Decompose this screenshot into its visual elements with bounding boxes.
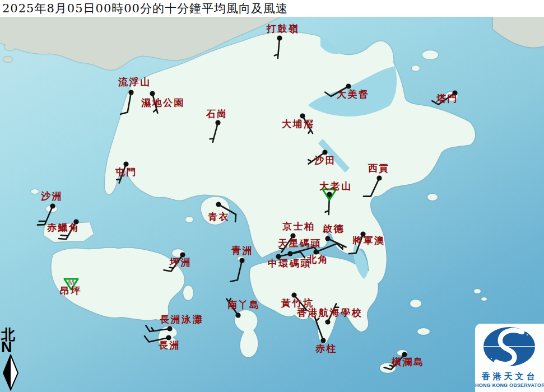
hong-kong-land (31, 32, 487, 373)
station-marker[interactable] (325, 319, 330, 324)
station-label: 流浮山 (118, 76, 151, 87)
map-title: 2025年8月05日00時00分的十分鐘平均風向及風速 (0, 1, 288, 16)
station-marker[interactable] (277, 35, 282, 40)
wind-map-app: 打鼓嶺流浮山濕地公園石崗大美督塔門大埔滘沙田屯門西貢大老山沙洲赤鱲角青衣京士柏啟… (0, 0, 544, 392)
hko-name-english: HONG KONG OBSERVATORY (475, 382, 544, 388)
mirs-bay-north-land (493, 17, 544, 48)
hko-emblem-icon (475, 324, 544, 368)
north-arrow-icon (1, 354, 20, 391)
station-marker[interactable] (239, 258, 244, 263)
station-label: 沙田 (314, 155, 336, 166)
station-label: 中環碼頭 (268, 258, 311, 269)
station-label: 長洲 (159, 339, 180, 351)
station-label: 香港航海學校 (296, 307, 362, 318)
station-label: 長洲泳灘 (160, 314, 203, 325)
station-marker[interactable] (50, 203, 55, 208)
station-label: 西貢 (368, 162, 390, 174)
ninepin-islet (474, 289, 481, 293)
station-green-island: 青洲 (230, 245, 253, 282)
ma-wan-islet (185, 217, 193, 222)
islet (31, 189, 39, 194)
station-label: 沙洲 (40, 190, 63, 202)
station-label: 青洲 (231, 245, 253, 256)
north-compass: 北 N (1, 328, 24, 391)
hko-logo: 香港天文台 HONG KONG OBSERVATORY (475, 324, 544, 392)
station-label: 京士柏 (282, 221, 315, 232)
station-label: 赤柱 (315, 343, 337, 354)
station-label: 橫瀾島 (391, 356, 425, 367)
station-marker[interactable] (235, 312, 240, 318)
station-label: 濕地公園 (141, 97, 185, 108)
station-label: 將軍澳 (352, 235, 385, 246)
station-marker[interactable] (150, 91, 155, 96)
islet (4, 44, 16, 50)
station-label: 打鼓嶺 (266, 23, 300, 34)
station-label: 青衣 (208, 211, 230, 222)
title-bar: 2025年8月05日00時00分的十分鐘平均風向及風速 (0, 0, 544, 17)
station-marker[interactable] (376, 175, 382, 180)
station-marker[interactable] (167, 326, 172, 331)
station-label: 屯門 (115, 166, 137, 178)
kau-sai-chau-islet (408, 162, 418, 180)
kat-o-islet (422, 50, 438, 59)
station-marker[interactable] (128, 90, 133, 95)
station-label: 大美督 (337, 88, 370, 100)
ninepin-islet (481, 297, 487, 301)
station-label: 塔門 (436, 93, 458, 104)
station-label: 啟德 (322, 223, 345, 234)
station-label: 赤鱲角 (47, 222, 80, 233)
station-label: 南丫島 (227, 299, 261, 310)
islet (427, 194, 438, 200)
station-marker[interactable] (215, 120, 220, 125)
station-label: 大老山 (319, 180, 352, 192)
station-marker[interactable] (325, 236, 330, 241)
station-label: 石崗 (206, 108, 228, 119)
station-label: 北角 (306, 254, 329, 265)
hong-kong-map: 打鼓嶺流浮山濕地公園石崗大美督塔門大埔滘沙田屯門西貢大老山沙洲赤鱲角青衣京士柏啟… (0, 0, 544, 392)
station-marker[interactable] (216, 202, 221, 207)
station-label: 大埔滘 (282, 118, 315, 129)
islet (412, 66, 420, 71)
station-label: 坪洲 (169, 256, 192, 268)
islet (417, 328, 430, 335)
islet (3, 57, 12, 62)
station-tap-mun: 塔門 (432, 90, 458, 104)
station-label: 昂坪 (60, 285, 82, 296)
hei-ling-chau-islet (183, 286, 193, 300)
station-label: 天星碼頭 (277, 237, 322, 249)
station-marker[interactable] (327, 192, 332, 197)
tung-lung-islet (410, 300, 421, 307)
hko-name-chinese: 香港天文台 (475, 371, 544, 382)
station-central-pier: 中環碼頭 (268, 252, 311, 269)
wind-barb (230, 260, 242, 282)
